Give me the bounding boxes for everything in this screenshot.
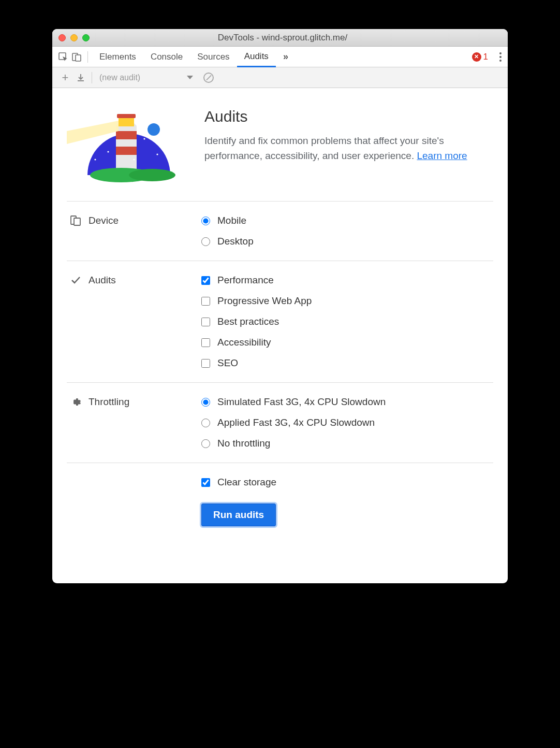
option-throttle-applied[interactable]: Applied Fast 3G, 4x CPU Slowdown (201, 417, 386, 428)
checkbox-best-practices[interactable] (201, 318, 210, 326)
radio-throttle-applied[interactable] (201, 419, 210, 427)
svg-point-14 (133, 159, 135, 160)
section-clear-storage: Clear storage (67, 463, 493, 493)
option-accessibility[interactable]: Accessibility (201, 337, 312, 348)
svg-point-11 (143, 138, 145, 139)
option-label: No throttling (217, 438, 270, 449)
description-text: Identify and fix common problems that af… (204, 135, 444, 161)
tabs-overflow[interactable]: » (276, 47, 293, 67)
caret-down-icon (187, 76, 193, 79)
svg-point-9 (97, 138, 98, 139)
checkbox-clear-storage[interactable] (201, 478, 210, 487)
page-title: Audits (204, 108, 493, 125)
checkmark-icon (70, 275, 81, 286)
learn-more-link[interactable]: Learn more (417, 150, 467, 161)
gear-icon (70, 396, 81, 408)
mac-titlebar: DevTools - wind-sprout.glitch.me/ (52, 29, 508, 47)
option-label: Best practices (217, 316, 279, 327)
svg-point-10 (107, 151, 109, 152)
run-audits-button[interactable]: Run audits (201, 504, 276, 526)
section-label: Throttling (89, 396, 129, 408)
radio-mobile[interactable] (201, 217, 210, 225)
error-count[interactable]: 1 (483, 52, 488, 62)
section-throttling: Throttling Simulated Fast 3G, 4x CPU Slo… (67, 382, 493, 463)
svg-rect-3 (119, 117, 134, 126)
inspect-element-icon[interactable] (56, 50, 70, 64)
minimize-window-button[interactable] (70, 34, 78, 41)
clear-icon[interactable] (203, 73, 214, 83)
svg-point-8 (129, 169, 175, 181)
option-best-practices[interactable]: Best practices (201, 316, 312, 327)
page-description: Identify and fix common problems that af… (204, 134, 493, 163)
devtools-window: DevTools - wind-sprout.glitch.me/ Elemen… (52, 29, 508, 583)
devtools-tabbar: Elements Console Sources Audits » 1 (52, 47, 508, 67)
audit-selector[interactable]: (new audit) (99, 73, 193, 82)
option-label: Performance (217, 275, 274, 286)
audits-subbar: + (new audit) (52, 67, 508, 88)
option-label: SEO (217, 357, 238, 369)
option-throttle-none[interactable]: No throttling (201, 438, 386, 449)
tab-elements[interactable]: Elements (92, 47, 143, 67)
option-label: Simulated Fast 3G, 4x CPU Slowdown (217, 396, 386, 408)
svg-point-12 (156, 153, 158, 155)
device-toggle-icon[interactable] (70, 50, 83, 64)
tab-sources[interactable]: Sources (190, 47, 237, 67)
tab-label: Sources (197, 52, 229, 62)
option-label: Clear storage (217, 477, 276, 488)
window-title: DevTools - wind-sprout.glitch.me/ (90, 33, 502, 43)
download-icon[interactable] (73, 73, 89, 82)
tab-label: Console (151, 52, 183, 62)
option-label: Desktop (217, 236, 254, 247)
device-icon (70, 215, 81, 226)
svg-rect-4 (117, 114, 136, 118)
option-desktop[interactable]: Desktop (201, 236, 254, 247)
option-clear-storage[interactable]: Clear storage (201, 477, 276, 488)
error-icon[interactable] (472, 52, 481, 62)
option-label: Applied Fast 3G, 4x CPU Slowdown (217, 417, 375, 428)
checkbox-performance[interactable] (201, 276, 210, 285)
lighthouse-illustration (67, 103, 186, 185)
svg-point-6 (148, 123, 160, 136)
close-window-button[interactable] (58, 34, 66, 41)
option-label: Progressive Web App (217, 295, 312, 307)
radio-desktop[interactable] (201, 237, 210, 246)
option-performance[interactable]: Performance (201, 275, 312, 286)
svg-rect-2 (76, 55, 81, 61)
option-seo[interactable]: SEO (201, 357, 312, 369)
option-throttle-sim[interactable]: Simulated Fast 3G, 4x CPU Slowdown (201, 396, 386, 408)
option-mobile[interactable]: Mobile (201, 215, 254, 226)
audit-selector-label: (new audit) (99, 73, 140, 82)
section-label: Device (89, 215, 119, 226)
new-audit-icon[interactable]: + (57, 71, 73, 84)
section-device: Device Mobile Desktop (67, 201, 493, 261)
option-label: Mobile (217, 215, 246, 226)
svg-rect-16 (74, 218, 80, 225)
overflow-label: » (283, 51, 286, 62)
tab-console[interactable]: Console (143, 47, 190, 67)
radio-throttle-sim[interactable] (201, 398, 210, 407)
checkbox-seo[interactable] (201, 359, 210, 368)
tab-label: Audits (244, 51, 269, 62)
tab-audits[interactable]: Audits (237, 47, 276, 67)
zoom-window-button[interactable] (82, 34, 90, 41)
radio-throttle-none[interactable] (201, 439, 210, 448)
option-label: Accessibility (217, 337, 271, 348)
hero-text: Audits Identify and fix common problems … (204, 103, 493, 185)
checkbox-accessibility[interactable] (201, 338, 210, 347)
traffic-lights (58, 34, 90, 41)
checkbox-pwa[interactable] (201, 297, 210, 306)
section-audits: Audits Performance Progressive Web App B… (67, 261, 493, 382)
option-pwa[interactable]: Progressive Web App (201, 295, 312, 307)
svg-point-13 (94, 159, 96, 160)
section-label: Audits (89, 275, 116, 286)
kebab-menu-icon[interactable] (497, 50, 504, 64)
tab-label: Elements (99, 52, 136, 62)
